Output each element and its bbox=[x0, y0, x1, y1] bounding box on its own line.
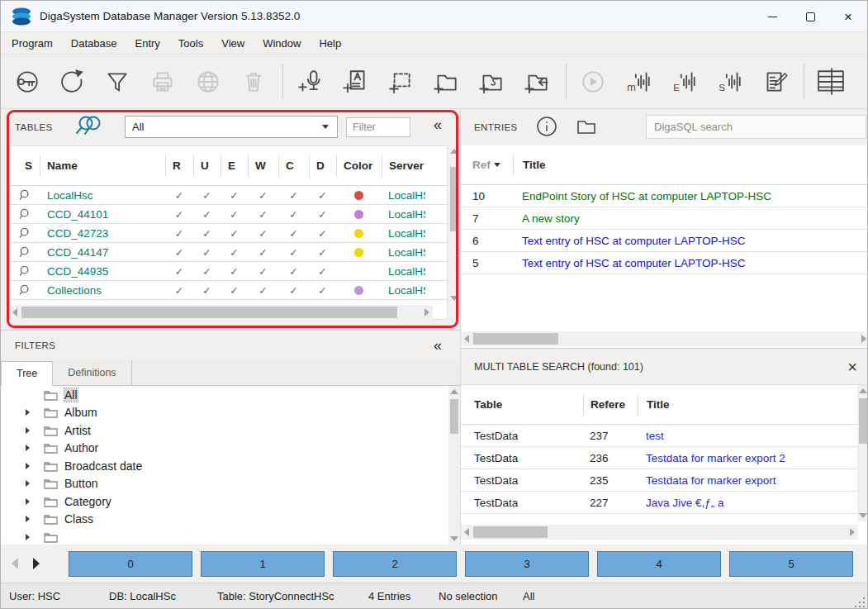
search-icon[interactable] bbox=[10, 227, 40, 240]
expand-icon[interactable] bbox=[26, 480, 30, 487]
audio-editor-s-icon[interactable]: S bbox=[711, 64, 747, 100]
expand-icon[interactable] bbox=[26, 534, 30, 540]
expand-icon[interactable] bbox=[26, 498, 30, 505]
add-audio-entry-icon[interactable] bbox=[292, 64, 328, 100]
scrollbar-thumb[interactable] bbox=[21, 307, 397, 318]
col-color[interactable]: Color bbox=[336, 155, 382, 177]
add-text-entry-icon[interactable] bbox=[337, 64, 373, 100]
menu-view[interactable]: View bbox=[212, 32, 254, 54]
play-icon[interactable] bbox=[575, 64, 611, 100]
scroll-up-icon[interactable] bbox=[450, 389, 458, 394]
tables-filter-input[interactable]: Filter bbox=[346, 117, 410, 137]
search-icon[interactable] bbox=[10, 246, 40, 259]
col-s[interactable]: S bbox=[10, 155, 40, 177]
expand-icon[interactable] bbox=[26, 516, 30, 522]
menu-program[interactable]: Program bbox=[2, 32, 62, 54]
info-icon[interactable] bbox=[535, 115, 560, 140]
scrollbar-thumb[interactable] bbox=[859, 398, 867, 444]
scroll-left-icon[interactable] bbox=[12, 308, 17, 316]
delete-icon[interactable] bbox=[235, 64, 272, 100]
col-title[interactable]: Title bbox=[513, 155, 546, 176]
scrollbar-thumb[interactable] bbox=[473, 333, 558, 345]
digasql-search-input[interactable]: DigaSQL search bbox=[646, 115, 866, 139]
edit-entry-icon[interactable] bbox=[757, 64, 793, 100]
add-saved-search-icon[interactable] bbox=[473, 64, 510, 100]
tables-horizontal-scrollbar[interactable] bbox=[9, 305, 433, 320]
tree-item-all[interactable]: All bbox=[1, 386, 460, 404]
refresh-icon[interactable] bbox=[54, 64, 90, 100]
scrollbar-thumb[interactable] bbox=[450, 167, 458, 231]
entry-row[interactable]: 10 EndPoint Story of HSC at computer LAP… bbox=[461, 185, 868, 207]
login-key-icon[interactable] bbox=[8, 64, 45, 100]
scroll-down-icon[interactable] bbox=[859, 513, 867, 518]
minimize-button[interactable] bbox=[753, 1, 791, 32]
result-title[interactable]: test bbox=[638, 430, 664, 442]
table-row[interactable]: CCD_42723 ✓ ✓ ✓ ✓ ✓ ✓ LocalHSc bbox=[10, 224, 447, 243]
scroll-up-icon[interactable] bbox=[450, 149, 458, 154]
maximize-button[interactable] bbox=[791, 1, 829, 32]
search-icon[interactable] bbox=[10, 284, 40, 297]
page-button-1[interactable]: 1 bbox=[201, 551, 325, 577]
menu-database[interactable]: Database bbox=[62, 32, 126, 54]
search-icon[interactable] bbox=[10, 189, 40, 202]
expand-icon[interactable] bbox=[26, 409, 30, 416]
col-r[interactable]: R bbox=[165, 155, 193, 177]
add-folder-icon[interactable] bbox=[428, 64, 464, 100]
tables-collapse-button[interactable]: « bbox=[434, 117, 442, 134]
tree-item-artist[interactable]: Artist bbox=[1, 421, 460, 440]
entry-row[interactable]: 5 Text entry of HSC at computer LAPTOP-H… bbox=[461, 252, 868, 274]
result-title[interactable]: Java Jive €,ƒ„ a bbox=[638, 497, 724, 509]
tree-item-class[interactable]: Class bbox=[1, 511, 460, 529]
result-title[interactable]: Testdata for marker export bbox=[638, 474, 776, 487]
multi-table-search-icon[interactable] bbox=[73, 115, 102, 140]
scrollbar-thumb[interactable] bbox=[473, 526, 548, 538]
col-title[interactable]: Title bbox=[638, 394, 670, 416]
scroll-left-icon[interactable] bbox=[464, 335, 469, 343]
search-result-row[interactable]: TestData 235 Testdata for marker export bbox=[461, 469, 857, 492]
tree-item-author[interactable]: Author bbox=[1, 440, 460, 458]
table-row[interactable]: CCD_44101 ✓ ✓ ✓ ✓ ✓ ✓ LocalHSc bbox=[10, 205, 447, 224]
entry-row[interactable]: 7 A new story bbox=[461, 207, 868, 230]
audio-editor-e-icon[interactable]: E bbox=[666, 64, 702, 100]
page-button-2[interactable]: 2 bbox=[333, 551, 457, 577]
resize-grip[interactable] bbox=[855, 597, 865, 607]
folder-icon[interactable] bbox=[575, 115, 600, 140]
table-row[interactable]: CCD_44935 ✓ ✓ ✓ ✓ ✓ ✓ LocalHSc bbox=[10, 262, 447, 281]
col-d[interactable]: D bbox=[309, 155, 336, 177]
scroll-left-icon[interactable] bbox=[464, 528, 469, 536]
scroll-up-icon[interactable] bbox=[859, 388, 867, 393]
entries-horizontal-scrollbar[interactable] bbox=[461, 331, 868, 346]
col-c[interactable]: C bbox=[278, 155, 309, 177]
tree-item-partial[interactable] bbox=[1, 528, 460, 545]
scroll-right-icon[interactable] bbox=[861, 335, 866, 343]
filters-collapse-button[interactable]: « bbox=[434, 337, 442, 354]
scrollbar-thumb[interactable] bbox=[450, 399, 458, 434]
scroll-down-icon[interactable] bbox=[450, 536, 458, 541]
table-row[interactable]: LocalHsc ✓ ✓ ✓ ✓ ✓ ✓ LocalHSc bbox=[10, 186, 447, 205]
page-next-button[interactable] bbox=[26, 551, 47, 576]
page-prev-button[interactable] bbox=[4, 551, 26, 576]
tab-tree[interactable]: Tree bbox=[1, 361, 53, 386]
tree-item-button[interactable]: Button bbox=[1, 475, 460, 493]
close-icon[interactable]: × bbox=[847, 359, 857, 375]
result-title[interactable]: Testdata for marker export 2 bbox=[638, 452, 785, 464]
filters-vertical-scrollbar[interactable] bbox=[448, 386, 460, 545]
col-u[interactable]: U bbox=[193, 155, 221, 177]
multi-horizontal-scrollbar[interactable] bbox=[461, 525, 858, 540]
search-result-row[interactable]: TestData 227 Java Jive €,ƒ„ a bbox=[461, 492, 857, 514]
audio-editor-m-icon[interactable]: m bbox=[620, 64, 657, 100]
menu-entry[interactable]: Entry bbox=[126, 32, 169, 54]
tree-item-category[interactable]: Category bbox=[1, 492, 460, 511]
col-ref[interactable]: Ref bbox=[461, 159, 513, 171]
filter-icon[interactable] bbox=[99, 64, 135, 100]
col-name[interactable]: Name bbox=[40, 155, 165, 177]
tree-item-broadcast-date[interactable]: Broadcast date bbox=[1, 457, 460, 475]
col-w[interactable]: W bbox=[248, 155, 278, 177]
tables-vertical-scrollbar[interactable] bbox=[448, 145, 460, 304]
tree-item-album[interactable]: Album bbox=[1, 404, 460, 422]
multi-vertical-scrollbar[interactable] bbox=[857, 385, 868, 521]
search-result-row[interactable]: TestData 236 Testdata for marker export … bbox=[461, 447, 857, 469]
table-layout-icon[interactable] bbox=[813, 64, 849, 100]
search-result-row[interactable]: TestData 237 test bbox=[461, 425, 857, 447]
expand-icon[interactable] bbox=[26, 445, 30, 451]
